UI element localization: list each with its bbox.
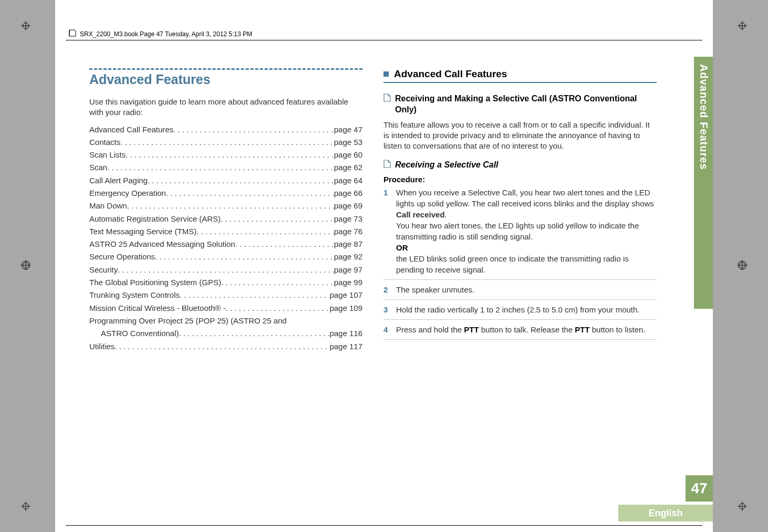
toc-label: Advanced Call Features [89,123,173,136]
toc-dots [148,174,334,187]
dashed-rule [89,68,362,70]
toc-dots [225,302,329,315]
toc-dots [179,327,329,340]
toc-label: Utilities [89,340,115,353]
toc-entry: Call Alert Pagingpage 64 [89,174,362,187]
procedure-heading-row: Receiving a Selective Call [383,160,657,171]
toc-entry: ASTRO 25 Advanced Messaging Solutionpage… [89,238,362,251]
toc-page: page 47 [334,123,362,136]
registration-mark-icon [738,260,747,270]
toc-dots [180,289,329,301]
toc-dots [126,149,334,161]
left-column: Advanced Features Use this navigation gu… [89,68,362,353]
toc-label: Scan [89,161,107,174]
toc-dots [155,251,334,263]
procedure-title: Receiving and Making a Selective Call (A… [395,93,657,116]
toc-page: page 69 [334,200,362,212]
toc-entry: Man Downpage 69 [89,200,362,212]
toc-page: page 64 [334,174,362,187]
toc-label: Trunking System Controls [89,289,180,301]
procedure-title-italic: Receiving a Selective Call [395,160,499,171]
toc-entry: Mission Critical Wireless - Bluetooth® -… [89,302,362,315]
section-title: Advanced Features [89,72,362,87]
registration-mark-icon [21,502,30,511]
toc-page: page 92 [334,251,362,263]
step-text: . [445,210,447,219]
registration-mark-icon [21,21,30,30]
book-header: SRX_2200_M3.book Page 47 Tuesday, April … [68,29,252,39]
step-body: Hold the radio vertically 1 to 2 inches … [396,304,640,315]
toc-dots [107,161,334,174]
procedure-heading-row: Receiving and Making a Selective Call (A… [383,93,657,116]
language-footer: English [618,505,713,521]
toc-label: Text Messaging Service (TMS) [89,225,196,238]
toc-label: Man Down [89,200,127,212]
registration-mark-icon [738,21,747,30]
toc-dots [221,213,334,225]
toc-dots [196,225,334,238]
toc-label: Contacts [89,136,120,149]
toc-page: page 99 [334,276,362,289]
toc-page: page 62 [334,161,362,174]
toc-label: Scan Lists [89,149,126,161]
step-number: 1 [383,187,391,275]
step-body: When you receive a Selective Call, you h… [396,187,657,275]
page-icon [383,160,391,170]
ptt-text: PTT [464,325,479,334]
toc-entry: Trunking System Controlspage 107 [89,289,362,301]
page: SRX_2200_M3.book Page 47 Tuesday, April … [55,0,713,532]
toc-entry: Emergency Operationpage 66 [89,187,362,200]
page-icon [383,93,391,104]
toc-entry: Scanpage 62 [89,161,362,174]
step: 4 Press and hold the PTT button to talk.… [383,324,657,340]
step-text: Press and hold the [396,325,464,334]
toc-entry: Advanced Call Featurespage 47 [89,123,362,136]
subsection-title: Advanced Call Features [394,68,507,80]
toc-entry: Scan Listspage 60 [89,149,362,161]
toc-page: page 109 [329,302,362,315]
toc-dots [118,264,334,276]
toc-label: Emergency Operation [89,187,166,200]
h2-row: Advanced Call Features [383,68,657,80]
toc-dots [166,187,334,200]
step-text: button to talk. Release the [479,325,575,334]
toc-entry: Secure Operationspage 92 [89,251,362,263]
toc-label: Automatic Registration Service (ARS) [89,213,221,225]
page-number: 47 [686,475,713,502]
toc-entry: Automatic Registration Service (ARS)page… [89,213,362,225]
step: 2 The speaker unmutes. [383,284,657,300]
toc-entry: Utilitiespage 117 [89,340,362,353]
book-icon [68,29,77,39]
toc-dots [120,136,334,149]
toc-entry: Programming Over Project 25 (POP 25) (AS… [89,315,362,327]
toc-dots [115,340,329,353]
step-body: Press and hold the PTT button to talk. R… [396,324,645,335]
registration-mark-icon [738,502,747,511]
book-info-text: SRX_2200_M3.book Page 47 Tuesday, April … [80,30,252,38]
intro-text: Use this navigation guide to learn more … [89,97,362,118]
registration-mark-icon [21,260,30,270]
toc-label: Programming Over Project 25 (POP 25) (AS… [89,315,287,327]
toc-page: page 97 [334,264,362,276]
toc-dots [235,238,334,251]
toc-page: page 66 [334,187,362,200]
toc-page: page 76 [334,225,362,238]
display-text: Call received [396,210,445,219]
step-text: When you receive a Selective Call, you h… [396,188,654,208]
toc-label: ASTRO Conventional) [101,327,179,340]
toc-label: Mission Critical Wireless - Bluetooth® - [89,302,225,315]
toc-entry: The Global Positioning System (GPS)page … [89,276,362,289]
toc-page: page 60 [334,149,362,161]
toc-page: page 73 [334,213,362,225]
right-column: Advanced Call Features Receiving and Mak… [383,68,657,344]
toc-page: page 87 [334,238,362,251]
toc-label: The Global Positioning System (GPS) [89,276,221,289]
step-text: the LED blinks solid green once to indic… [396,254,629,274]
step-text: You hear two alert tones, the LED lights… [396,221,639,241]
toc-dots [173,123,334,136]
step: 1 When you receive a Selective Call, you… [383,187,657,280]
step-number: 4 [383,324,391,335]
toc-entry: Text Messaging Service (TMS)page 76 [89,225,362,238]
side-tab: Advanced Features [694,57,713,309]
toc-label: Security [89,264,118,276]
